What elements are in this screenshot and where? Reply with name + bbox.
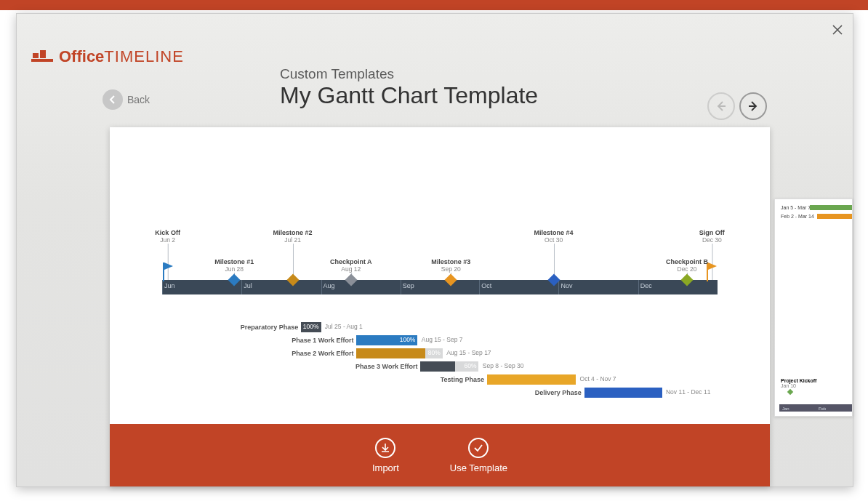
import-icon (375, 438, 395, 458)
diamond-icon (230, 276, 238, 284)
close-icon (832, 25, 843, 35)
task-name: Phase 1 Work Effort (292, 337, 353, 344)
task-row: Phase 2 Work Effort80%Aug 15 - Sep 17 (162, 348, 718, 361)
task-name: Testing Phase (441, 376, 484, 383)
side-timeline-bar (779, 404, 852, 412)
logo-brand: Office (59, 47, 104, 65)
milestone: Kick OffJun 2 (155, 229, 180, 244)
task-row: Preparatory Phase100%Jul 25 - Aug 1 (162, 322, 718, 334)
task-percent: 100% (400, 336, 416, 343)
task-percent: 80% (428, 349, 441, 356)
template-preview: JunJulAugSepOctNovDecKick OffJun 2Milest… (110, 127, 770, 486)
use-template-button[interactable]: Use Template (450, 438, 507, 473)
gantt-chart: JunJulAugSepOctNovDecKick OffJun 2Milest… (110, 127, 770, 424)
task-name: Preparatory Phase (241, 324, 299, 331)
task-bar: 80% (356, 348, 442, 358)
milestone-name: Milestone #3 (431, 258, 470, 265)
milestone-date: Aug 12 (330, 265, 372, 273)
svg-rect-0 (31, 59, 53, 62)
import-button[interactable]: Import (372, 438, 399, 473)
milestone-name: Milestone #4 (534, 229, 574, 236)
task-dates: Oct 4 - Nov 7 (580, 375, 616, 382)
task-dates: Aug 15 - Sep 17 (446, 349, 491, 356)
template-picker-modal: OfficeTIMELINE Back Custom Templates My … (16, 13, 853, 487)
milestone-date: Sep 20 (431, 265, 470, 273)
task-bar: 100% (301, 322, 321, 332)
milestone-date: Dec 30 (699, 236, 725, 244)
month-label: Aug (321, 282, 335, 289)
month-label: Oct (479, 282, 491, 289)
actions-bar: Import Use Template (110, 424, 770, 486)
task-dates: Sep 8 - Sep 30 (483, 362, 524, 369)
milestone: Milestone #1Jun 28 (214, 258, 254, 273)
next-template-button[interactable] (739, 92, 767, 120)
month-label: Sep (401, 282, 414, 289)
milestone-date: Oct 30 (534, 236, 574, 244)
diamond-icon (289, 276, 297, 284)
template-title: My Gantt Chart Template (280, 82, 538, 109)
import-label: Import (372, 462, 399, 473)
task-name: Phase 3 Work Effort (355, 363, 417, 370)
timeline: JunJulAugSepOctNovDecKick OffJun 2Milest… (162, 229, 718, 294)
task-row: Testing PhaseOct 4 - Nov 7 (162, 374, 718, 387)
milestone-name: Kick Off (155, 229, 180, 236)
side-kickoff-date: Jan 10 (781, 383, 816, 388)
close-button[interactable] (832, 23, 843, 37)
milestone: Milestone #4Oct 30 (534, 229, 574, 244)
milestone: Milestone #3Sep 20 (431, 258, 470, 273)
side-task-row: Jan 5 - Mar 7 (781, 205, 848, 212)
task-row: Phase 1 Work Effort100%Aug 15 - Sep 7 (162, 335, 718, 348)
side-month: Jan (782, 406, 789, 411)
back-button[interactable]: Back (103, 89, 150, 110)
product-logo: OfficeTIMELINE (31, 47, 184, 66)
task-bar: 60% (420, 361, 478, 372)
milestone-date: Dec 20 (666, 265, 708, 273)
milestone-name: Checkpoint B (666, 258, 708, 265)
side-month: Feb (819, 406, 826, 411)
template-header: Custom Templates My Gantt Chart Template (280, 66, 538, 109)
month-label: Nov (558, 282, 572, 289)
task-bar (487, 374, 576, 385)
next-template-thumbnail[interactable]: Jan 5 - Mar 7Feb 2 - Mar 14 Project Kick… (774, 199, 853, 417)
diamond-icon (683, 276, 691, 284)
milestone-name: Checkpoint A (330, 258, 372, 265)
task-bar (584, 388, 662, 398)
back-arrow-icon (103, 89, 123, 110)
task-percent: 60% (464, 362, 476, 369)
flag-icon (163, 262, 173, 281)
task-dates: Nov 11 - Dec 11 (666, 388, 710, 396)
milestone-date: Jun 28 (214, 265, 254, 273)
task-percent: 100% (303, 323, 319, 330)
template-category: Custom Templates (280, 66, 538, 82)
diamond-icon (446, 276, 455, 284)
milestone: Sign OffDec 30 (699, 229, 725, 244)
svg-rect-1 (33, 53, 39, 58)
svg-rect-2 (40, 50, 46, 58)
diamond-icon (550, 276, 558, 284)
task-bar: 100% (356, 335, 417, 345)
arrow-right-icon (747, 100, 760, 113)
task-row: Phase 3 Work Effort60%Sep 8 - Sep 30 (162, 361, 718, 374)
logo-icon (31, 47, 53, 66)
app-top-accent (0, 0, 868, 10)
check-icon (468, 438, 489, 458)
task-dates: Aug 15 - Sep 7 (422, 336, 463, 343)
diamond-icon (347, 276, 355, 284)
use-template-label: Use Template (450, 462, 507, 473)
milestone-name: Sign Off (699, 229, 725, 236)
task-dates: Jul 25 - Aug 1 (325, 323, 363, 330)
milestone: Checkpoint BDec 20 (666, 258, 708, 273)
logo-product: TIMELINE (104, 47, 183, 65)
task-name: Delivery Phase (535, 389, 582, 396)
milestone: Checkpoint AAug 12 (330, 258, 372, 273)
arrow-left-icon (715, 100, 728, 113)
milestone: Milestone #2Jul 21 (273, 229, 313, 244)
preview-nav (707, 92, 767, 120)
month-label: Jun (162, 282, 175, 289)
task-name: Phase 2 Work Effort (292, 350, 353, 357)
prev-template-button (707, 92, 735, 120)
milestone-name: Milestone #1 (214, 258, 254, 265)
month-label: Jul (241, 282, 252, 289)
flag-icon (707, 262, 717, 281)
gantt-tasks: Preparatory Phase100%Jul 25 - Aug 1Phase… (162, 322, 718, 400)
